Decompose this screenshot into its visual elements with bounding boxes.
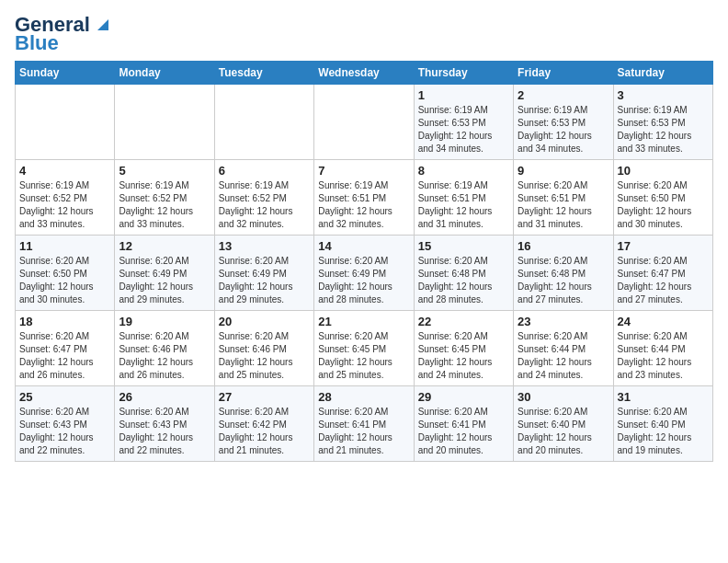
day-number: 28: [318, 390, 409, 404]
day-number: 14: [318, 239, 409, 253]
calendar-cell: [115, 85, 214, 160]
calendar-cell: 18Sunrise: 6:20 AM Sunset: 6:47 PM Dayli…: [16, 311, 115, 386]
day-number: 3: [618, 88, 709, 102]
day-number: 29: [418, 390, 509, 404]
calendar-cell: 23Sunrise: 6:20 AM Sunset: 6:44 PM Dayli…: [514, 311, 613, 386]
day-number: 22: [418, 315, 509, 328]
calendar-cell: 15Sunrise: 6:20 AM Sunset: 6:48 PM Dayli…: [414, 236, 513, 311]
day-number: 17: [618, 239, 709, 253]
day-info: Sunrise: 6:20 AM Sunset: 6:49 PM Dayligh…: [219, 255, 310, 306]
day-info: Sunrise: 6:20 AM Sunset: 6:41 PM Dayligh…: [418, 406, 509, 457]
calendar-cell: 8Sunrise: 6:19 AM Sunset: 6:51 PM Daylig…: [414, 160, 513, 236]
day-info: Sunrise: 6:20 AM Sunset: 6:47 PM Dayligh…: [618, 255, 709, 306]
day-number: 26: [119, 390, 210, 404]
calendar-cell: 9Sunrise: 6:20 AM Sunset: 6:51 PM Daylig…: [514, 160, 613, 236]
day-info: Sunrise: 6:20 AM Sunset: 6:49 PM Dayligh…: [318, 255, 409, 306]
day-info: Sunrise: 6:19 AM Sunset: 6:52 PM Dayligh…: [119, 179, 210, 231]
logo-arrow-icon: [92, 14, 110, 32]
day-number: 7: [318, 164, 409, 178]
header: General Blue: [15, 15, 713, 53]
calendar-cell: 13Sunrise: 6:20 AM Sunset: 6:49 PM Dayli…: [214, 236, 313, 311]
day-number: 18: [19, 315, 110, 328]
day-number: 6: [219, 164, 310, 178]
day-info: Sunrise: 6:20 AM Sunset: 6:49 PM Dayligh…: [119, 255, 210, 306]
day-number: 2: [518, 88, 609, 102]
calendar-header-row: SundayMondayTuesdayWednesdayThursdayFrid…: [16, 62, 713, 85]
day-number: 30: [518, 390, 609, 404]
day-number: 20: [219, 315, 310, 328]
calendar-cell: 30Sunrise: 6:20 AM Sunset: 6:40 PM Dayli…: [514, 386, 613, 462]
day-number: 4: [19, 164, 110, 178]
calendar-cell: [314, 85, 414, 160]
calendar-cell: 20Sunrise: 6:20 AM Sunset: 6:46 PM Dayli…: [214, 311, 313, 386]
day-number: 21: [318, 315, 409, 328]
calendar-cell: [214, 85, 313, 160]
day-number: 13: [219, 239, 310, 253]
day-number: 27: [219, 390, 310, 404]
calendar-cell: 24Sunrise: 6:20 AM Sunset: 6:44 PM Dayli…: [613, 311, 712, 386]
day-info: Sunrise: 6:20 AM Sunset: 6:50 PM Dayligh…: [19, 255, 110, 306]
day-info: Sunrise: 6:19 AM Sunset: 6:51 PM Dayligh…: [318, 179, 409, 231]
weekday-header-friday: Friday: [514, 62, 613, 85]
calendar-cell: 21Sunrise: 6:20 AM Sunset: 6:45 PM Dayli…: [314, 311, 414, 386]
day-info: Sunrise: 6:20 AM Sunset: 6:48 PM Dayligh…: [518, 255, 609, 306]
weekday-header-tuesday: Tuesday: [214, 62, 313, 85]
calendar-cell: 22Sunrise: 6:20 AM Sunset: 6:45 PM Dayli…: [414, 311, 513, 386]
day-number: 16: [518, 239, 609, 253]
day-info: Sunrise: 6:19 AM Sunset: 6:51 PM Dayligh…: [418, 179, 509, 231]
day-info: Sunrise: 6:19 AM Sunset: 6:53 PM Dayligh…: [518, 104, 609, 155]
day-info: Sunrise: 6:19 AM Sunset: 6:53 PM Dayligh…: [418, 104, 509, 155]
logo: General Blue: [15, 15, 110, 53]
calendar-cell: 12Sunrise: 6:20 AM Sunset: 6:49 PM Dayli…: [115, 236, 214, 311]
day-number: 31: [618, 390, 709, 404]
day-info: Sunrise: 6:20 AM Sunset: 6:40 PM Dayligh…: [618, 406, 709, 457]
calendar-week-row: 1Sunrise: 6:19 AM Sunset: 6:53 PM Daylig…: [16, 85, 713, 160]
calendar-cell: 11Sunrise: 6:20 AM Sunset: 6:50 PM Dayli…: [16, 236, 115, 311]
calendar-cell: 17Sunrise: 6:20 AM Sunset: 6:47 PM Dayli…: [613, 236, 712, 311]
day-info: Sunrise: 6:20 AM Sunset: 6:44 PM Dayligh…: [618, 330, 709, 382]
calendar-cell: 2Sunrise: 6:19 AM Sunset: 6:53 PM Daylig…: [514, 85, 613, 160]
calendar-cell: 31Sunrise: 6:20 AM Sunset: 6:40 PM Dayli…: [613, 386, 712, 462]
day-info: Sunrise: 6:20 AM Sunset: 6:46 PM Dayligh…: [119, 330, 210, 382]
day-info: Sunrise: 6:19 AM Sunset: 6:52 PM Dayligh…: [219, 179, 310, 231]
calendar-body: 1Sunrise: 6:19 AM Sunset: 6:53 PM Daylig…: [16, 85, 713, 462]
calendar-cell: 6Sunrise: 6:19 AM Sunset: 6:52 PM Daylig…: [214, 160, 313, 236]
day-info: Sunrise: 6:20 AM Sunset: 6:45 PM Dayligh…: [418, 330, 509, 382]
calendar-week-row: 4Sunrise: 6:19 AM Sunset: 6:52 PM Daylig…: [16, 160, 713, 236]
weekday-header-monday: Monday: [115, 62, 214, 85]
day-info: Sunrise: 6:19 AM Sunset: 6:53 PM Dayligh…: [618, 104, 709, 155]
day-info: Sunrise: 6:20 AM Sunset: 6:40 PM Dayligh…: [518, 406, 609, 457]
calendar-cell: 7Sunrise: 6:19 AM Sunset: 6:51 PM Daylig…: [314, 160, 414, 236]
calendar-cell: 28Sunrise: 6:20 AM Sunset: 6:41 PM Dayli…: [314, 386, 414, 462]
day-info: Sunrise: 6:19 AM Sunset: 6:52 PM Dayligh…: [19, 179, 110, 231]
weekday-header-saturday: Saturday: [613, 62, 712, 85]
calendar-cell: 1Sunrise: 6:19 AM Sunset: 6:53 PM Daylig…: [414, 85, 513, 160]
day-number: 24: [618, 315, 709, 328]
day-info: Sunrise: 6:20 AM Sunset: 6:48 PM Dayligh…: [418, 255, 509, 306]
day-info: Sunrise: 6:20 AM Sunset: 6:43 PM Dayligh…: [19, 406, 110, 457]
day-number: 15: [418, 239, 509, 253]
svg-marker-0: [97, 19, 108, 30]
day-info: Sunrise: 6:20 AM Sunset: 6:42 PM Dayligh…: [219, 406, 310, 457]
calendar-cell: 27Sunrise: 6:20 AM Sunset: 6:42 PM Dayli…: [214, 386, 313, 462]
day-number: 25: [19, 390, 110, 404]
day-number: 1: [418, 88, 509, 102]
logo-blue-text: Blue: [15, 33, 59, 53]
calendar-week-row: 11Sunrise: 6:20 AM Sunset: 6:50 PM Dayli…: [16, 236, 713, 311]
day-info: Sunrise: 6:20 AM Sunset: 6:45 PM Dayligh…: [318, 330, 409, 382]
calendar-week-row: 18Sunrise: 6:20 AM Sunset: 6:47 PM Dayli…: [16, 311, 713, 386]
calendar-cell: 14Sunrise: 6:20 AM Sunset: 6:49 PM Dayli…: [314, 236, 414, 311]
calendar-week-row: 25Sunrise: 6:20 AM Sunset: 6:43 PM Dayli…: [16, 386, 713, 462]
day-number: 10: [618, 164, 709, 178]
day-number: 8: [418, 164, 509, 178]
day-info: Sunrise: 6:20 AM Sunset: 6:47 PM Dayligh…: [19, 330, 110, 382]
day-info: Sunrise: 6:20 AM Sunset: 6:43 PM Dayligh…: [119, 406, 210, 457]
weekday-header-wednesday: Wednesday: [314, 62, 414, 85]
day-number: 9: [518, 164, 609, 178]
weekday-header-thursday: Thursday: [414, 62, 513, 85]
calendar-cell: 25Sunrise: 6:20 AM Sunset: 6:43 PM Dayli…: [16, 386, 115, 462]
day-number: 23: [518, 315, 609, 328]
calendar-cell: [16, 85, 115, 160]
day-info: Sunrise: 6:20 AM Sunset: 6:51 PM Dayligh…: [518, 179, 609, 231]
calendar-cell: 29Sunrise: 6:20 AM Sunset: 6:41 PM Dayli…: [414, 386, 513, 462]
